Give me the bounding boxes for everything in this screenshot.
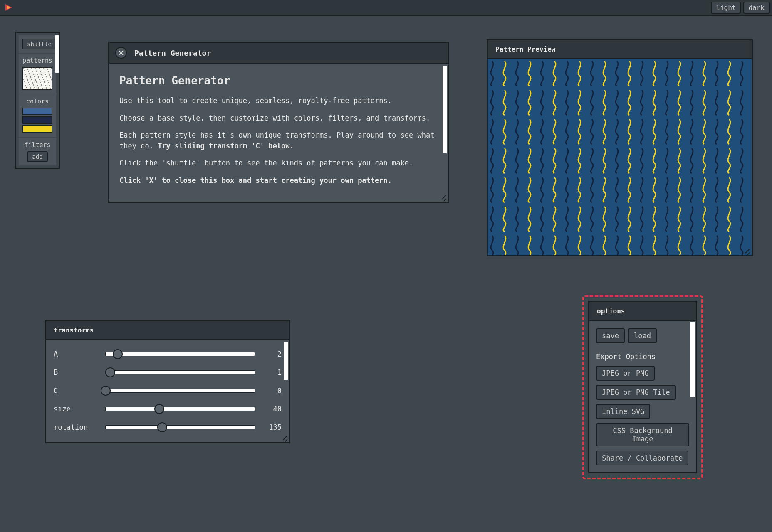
intro-text: Choose a base style, then customize with… [119, 113, 438, 124]
transforms-scrollbar[interactable] [284, 342, 288, 380]
preview-panel: Pattern Preview [487, 39, 753, 256]
options-highlight-box: options save load Export Options JPEG or… [582, 295, 703, 479]
pattern-thumbnail[interactable] [22, 67, 52, 90]
intro-panel: Pattern Generator Pattern Generator Use … [108, 42, 449, 203]
intro-scrollbar[interactable] [443, 66, 447, 153]
export-button[interactable]: JPEG or PNG Tile [596, 385, 676, 400]
slider-thumb[interactable] [105, 367, 115, 377]
slider-label: A [54, 350, 99, 358]
color-swatch-1[interactable] [22, 108, 52, 115]
slider-thumb[interactable] [157, 422, 167, 432]
theme-light-button[interactable]: light [711, 2, 741, 14]
preview-canvas [488, 59, 752, 255]
theme-dark-button[interactable]: dark [743, 2, 770, 14]
export-button[interactable]: Share / Collaborate [596, 451, 688, 466]
resize-handle[interactable] [440, 194, 447, 200]
intro-text: Click 'X' to close this box and start cr… [119, 175, 438, 186]
slider-row-rotation: rotation135 [54, 418, 282, 436]
intro-header-title: Pattern Generator [134, 49, 211, 57]
sidebar-scrollbar[interactable] [55, 35, 59, 73]
save-button[interactable]: save [596, 328, 625, 343]
transforms-title: transforms [46, 321, 289, 340]
preview-title: Pattern Preview [488, 40, 752, 59]
intro-text: Each pattern style has it's own unique t… [119, 130, 438, 151]
patterns-label: patterns [22, 57, 53, 64]
resize-handle[interactable] [281, 434, 288, 441]
svg-rect-1 [488, 59, 752, 255]
add-filter-button[interactable]: add [27, 151, 47, 162]
theme-toggle-group: light dark [711, 2, 770, 14]
slider-value: 0 [261, 387, 282, 395]
options-scrollbar[interactable] [690, 322, 695, 397]
slider-thumb[interactable] [154, 404, 164, 414]
options-title: options [589, 302, 696, 321]
export-options-label: Export Options [596, 352, 689, 361]
slider-value: 40 [261, 405, 282, 413]
slider-label: B [54, 368, 99, 377]
resize-handle[interactable] [744, 247, 750, 254]
slider-c[interactable] [105, 389, 255, 393]
intro-text: Click the 'shuffle' button to see the ki… [119, 158, 438, 169]
intro-text: Use this tool to create unique, seamless… [119, 96, 438, 106]
transforms-panel: transforms A2B1C0size40rotation135 [45, 320, 290, 443]
export-button[interactable]: Inline SVG [596, 404, 650, 419]
slider-value: 2 [261, 350, 282, 358]
load-button[interactable]: load [628, 328, 657, 343]
filters-label: filters [22, 141, 53, 149]
export-button[interactable]: CSS Background Image [596, 423, 689, 446]
close-icon[interactable] [115, 47, 127, 59]
slider-b[interactable] [105, 370, 255, 374]
export-button[interactable]: JPEG or PNG [596, 366, 655, 381]
app-logo [2, 1, 15, 14]
slider-label: C [54, 387, 99, 395]
slider-value: 135 [261, 423, 282, 431]
slider-row-c: C0 [54, 382, 282, 400]
slider-label: rotation [54, 423, 99, 431]
slider-rotation[interactable] [105, 425, 255, 429]
shuffle-button[interactable]: shuffle [22, 39, 57, 49]
slider-row-size: size40 [54, 400, 282, 418]
slider-row-a: A2 [54, 345, 282, 363]
intro-title: Pattern Generator [119, 73, 438, 89]
slider-value: 1 [261, 368, 282, 377]
color-swatch-3[interactable] [22, 125, 52, 133]
options-panel: options save load Export Options JPEG or… [588, 301, 697, 473]
slider-size[interactable] [105, 407, 255, 411]
slider-a[interactable] [105, 352, 255, 356]
sidebar-panel: shuffle patterns colors filters add [15, 32, 60, 169]
slider-row-b: B1 [54, 363, 282, 382]
slider-thumb[interactable] [101, 386, 111, 396]
topbar: light dark [0, 0, 772, 16]
color-swatch-2[interactable] [22, 116, 52, 124]
slider-thumb[interactable] [113, 349, 123, 359]
colors-label: colors [22, 98, 53, 105]
slider-label: size [54, 405, 99, 413]
